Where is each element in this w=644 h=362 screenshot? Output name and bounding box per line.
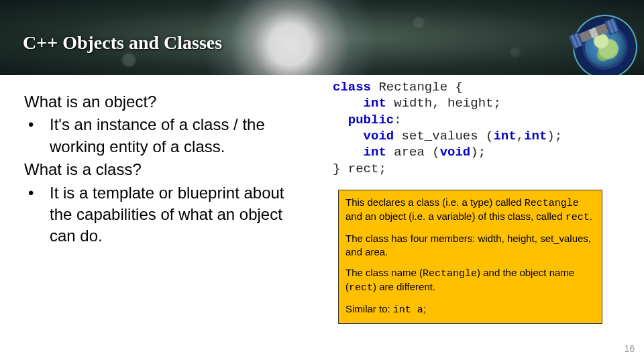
code-members: width, height;	[386, 96, 501, 111]
bullet-object-text: It's an instance of a class / the workin…	[50, 114, 306, 158]
callout-code-inta: int a	[393, 304, 423, 316]
code-close-paren: );	[470, 145, 486, 160]
jcsda-logo	[573, 15, 637, 75]
keyword-int: int	[493, 129, 516, 143]
code-close-brace: } rect;	[333, 162, 386, 176]
code-comma: ,	[517, 129, 524, 143]
callout-paragraph-3: The class name (Rectangle) and the objec…	[345, 266, 595, 294]
keyword-int: int	[364, 145, 386, 160]
callout-code-rectangle: Rectangle	[525, 198, 579, 209]
code-open-brace: {	[447, 80, 463, 95]
callout-text: ;	[423, 303, 426, 314]
slide-title: C++ Objects and Classes	[23, 32, 222, 54]
code-setvalues: set_values (	[394, 129, 493, 143]
callout-code-rect: rect	[349, 282, 373, 294]
callout-code-rect: rect	[566, 212, 590, 223]
callout-text: .	[590, 210, 592, 222]
code-snippet: class Rectangle { int width, height; pub…	[333, 79, 562, 177]
body-text: What is an object? • It's an instance of…	[24, 91, 306, 249]
bullet-object: • It's an instance of a class / the work…	[24, 114, 306, 158]
callout-paragraph-4: Similar to: int a;	[345, 302, 595, 316]
callout-code-rectangle: Rectangle	[423, 268, 477, 280]
callout-paragraph-2: The class has four members: width, heigh…	[345, 232, 595, 257]
question-object: What is an object?	[24, 91, 306, 113]
callout-text: Similar to:	[345, 303, 393, 314]
callout-text: The class name (	[345, 267, 423, 278]
callout-text: This declares a class (i.e. a type) call…	[345, 196, 525, 208]
explanation-callout: This declares a class (i.e. a type) call…	[338, 190, 602, 324]
code-close-paren: );	[547, 129, 562, 143]
keyword-public: public	[348, 113, 394, 127]
question-class: What is a class?	[24, 159, 306, 180]
keyword-class: class	[333, 80, 371, 95]
bullet-class-text: It is a template or blueprint about the …	[50, 182, 306, 247]
bullet-dot-icon: •	[24, 182, 50, 247]
callout-text: ) are different.	[373, 281, 435, 292]
code-colon: :	[394, 113, 401, 127]
code-area: area (	[386, 145, 440, 160]
bullet-class: • It is a template or blueprint about th…	[24, 182, 306, 247]
callout-paragraph-1: This declares a class (i.e. a type) call…	[345, 196, 595, 224]
code-classname: Rectangle	[378, 80, 447, 95]
callout-text: and an object (i.e. a variable) of this …	[345, 210, 566, 222]
header-band: C++ Objects and Classes	[0, 0, 644, 75]
bullet-dot-icon: •	[24, 114, 50, 158]
keyword-int: int	[364, 96, 386, 111]
keyword-void: void	[440, 145, 471, 160]
keyword-int: int	[524, 129, 547, 143]
keyword-void: void	[364, 129, 394, 143]
page-number: 16	[624, 343, 635, 354]
